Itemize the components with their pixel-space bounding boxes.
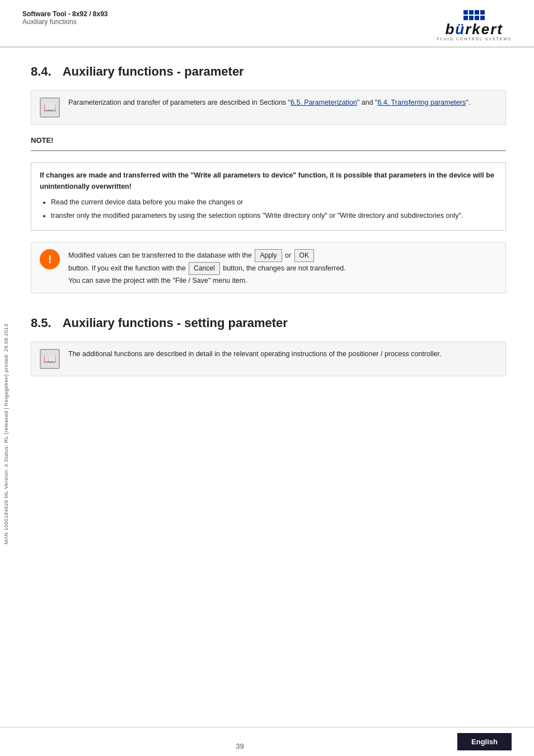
page-footer: 39 English	[0, 727, 534, 756]
ok-button-display: OK	[294, 249, 314, 262]
section-84-title: Auxiliary functions - parameter	[63, 64, 244, 79]
sidebar-vertical-text: MAN 1000184628 ML Version: A Status: RL …	[0, 112, 12, 756]
burkert-logo: bürkert FLUID CONTROL SYSTEMS	[437, 10, 512, 41]
note-box: If changes are made and transferred with…	[31, 162, 506, 231]
warning-text-after: button, the changes are not transferred.	[223, 264, 346, 272]
warning-icon: !	[40, 249, 60, 269]
note-item-2: transfer only the modified parameters by…	[51, 210, 497, 221]
section-84-heading: 8.4. Auxiliary functions - parameter	[31, 64, 506, 79]
link-transferring[interactable]: 6.4. Transferring parameters	[378, 99, 466, 106]
note-title: If changes are made and transferred with…	[40, 170, 497, 192]
section-85-heading: 8.5. Auxiliary functions - setting param…	[31, 316, 506, 330]
section-85-number: 8.5.	[31, 316, 51, 330]
main-content: 8.4. Auxiliary functions - parameter 📖 P…	[11, 48, 534, 421]
link-parameterization[interactable]: 6.5. Parameterization	[291, 99, 357, 106]
note-label: NOTE!	[31, 136, 506, 144]
section-84-info-box: 📖 Parameterization and transfer of param…	[31, 90, 506, 125]
logo-name: bürkert	[445, 22, 503, 36]
note-item-1: Read the current device data before you …	[51, 197, 497, 208]
logo-tagline: FLUID CONTROL SYSTEMS	[437, 37, 512, 41]
note-list: Read the current device data before you …	[51, 197, 497, 221]
note-divider	[31, 150, 506, 151]
section-84-info-text: Parameterization and transfer of paramet…	[68, 97, 470, 108]
header-left: Software Tool - 8x92 / 8x93 Auxiliary fu…	[22, 10, 108, 26]
apply-button-display: Apply	[255, 249, 282, 262]
section-85-info-text: The additional functions are described i…	[68, 349, 441, 360]
warning-box: ! Modified values can be transferred to …	[31, 242, 506, 293]
warning-text-before: Modified values can be transferred to th…	[68, 251, 252, 259]
page-number: 39	[236, 742, 243, 750]
cancel-button-display: Cancel	[189, 262, 219, 275]
warning-save-text: You can save the project with the "File …	[68, 277, 247, 284]
header-subtitle: Auxiliary functions	[22, 18, 108, 26]
language-badge: English	[457, 733, 512, 750]
logo-grid	[463, 10, 485, 20]
book-icon-2: 📖	[40, 349, 60, 369]
section-85-info-box: 📖 The additional functions are described…	[31, 342, 506, 376]
sidebar-label: MAN 1000184628 ML Version: A Status: RL …	[3, 324, 9, 544]
page-header: Software Tool - 8x92 / 8x93 Auxiliary fu…	[0, 0, 534, 48]
book-icon: 📖	[40, 97, 60, 118]
section-85: 8.5. Auxiliary functions - setting param…	[31, 316, 506, 376]
warning-or: or	[285, 251, 291, 259]
warning-text-middle: button. If you exit the function with th…	[68, 264, 186, 272]
section-85-title: Auxiliary functions - setting parameter	[63, 316, 288, 330]
section-84-number: 8.4.	[31, 64, 51, 79]
header-title: Software Tool - 8x92 / 8x93	[22, 10, 108, 18]
warning-text: Modified values can be transferred to th…	[68, 249, 346, 286]
